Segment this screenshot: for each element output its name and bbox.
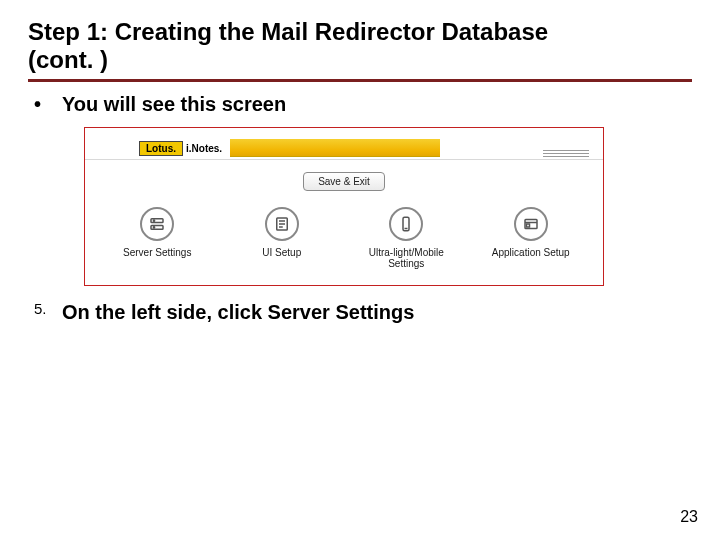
title-line-1: Step 1: Creating the Mail Redirector Dat… (28, 18, 548, 45)
slide-title: Step 1: Creating the Mail Redirector Dat… (28, 18, 692, 77)
bullet-text: On the left side, click Server Settings (62, 300, 692, 325)
lotus-logo: Lotus. (139, 141, 183, 156)
slide: Step 1: Creating the Mail Redirector Dat… (0, 0, 720, 540)
svg-point-2 (154, 220, 155, 221)
bullet-list-2: 5. On the left side, click Server Settin… (28, 300, 692, 325)
bullet-item-step5: 5. On the left side, click Server Settin… (34, 300, 692, 325)
button-row: Save & Exit (85, 160, 603, 197)
svg-point-3 (154, 227, 155, 228)
save-exit-button[interactable]: Save & Exit (303, 172, 385, 191)
tile-ui-setup[interactable]: UI Setup (227, 207, 337, 258)
svg-rect-12 (526, 224, 529, 227)
bullet-marker: 5. (34, 300, 62, 318)
title-line-2: (cont. ) (28, 46, 108, 73)
title-underline (28, 79, 692, 82)
brand-stripe (230, 139, 440, 157)
settings-tiles: Server Settings UI Setup Ultra-light/Mob… (85, 197, 603, 285)
tile-label: Server Settings (123, 247, 191, 258)
inotes-screenshot: Lotus. i.Notes. Save & Exit Server Setti… (84, 127, 604, 286)
bullet-marker: • (34, 92, 62, 116)
page-number: 23 (680, 508, 698, 526)
bullet-item-intro: • You will see this screen (34, 92, 692, 117)
screenshot-header: Lotus. i.Notes. (85, 128, 603, 160)
tile-mobile-settings[interactable]: Ultra-light/Mobile Settings (351, 207, 461, 269)
tile-label: Application Setup (492, 247, 570, 258)
tile-server-settings[interactable]: Server Settings (102, 207, 212, 258)
mobile-icon (389, 207, 423, 241)
screenshot-container: Lotus. i.Notes. Save & Exit Server Setti… (84, 127, 692, 286)
server-icon (140, 207, 174, 241)
bullet-text: You will see this screen (62, 92, 692, 117)
ui-setup-icon (265, 207, 299, 241)
tile-label: UI Setup (262, 247, 301, 258)
brand-bar: Lotus. i.Notes. (139, 137, 440, 159)
bullet-list: • You will see this screen (28, 92, 692, 117)
header-text-lines (543, 150, 589, 159)
inotes-logo: i.Notes. (186, 143, 222, 154)
application-icon (514, 207, 548, 241)
tile-application-setup[interactable]: Application Setup (476, 207, 586, 258)
tile-label: Ultra-light/Mobile Settings (351, 247, 461, 269)
